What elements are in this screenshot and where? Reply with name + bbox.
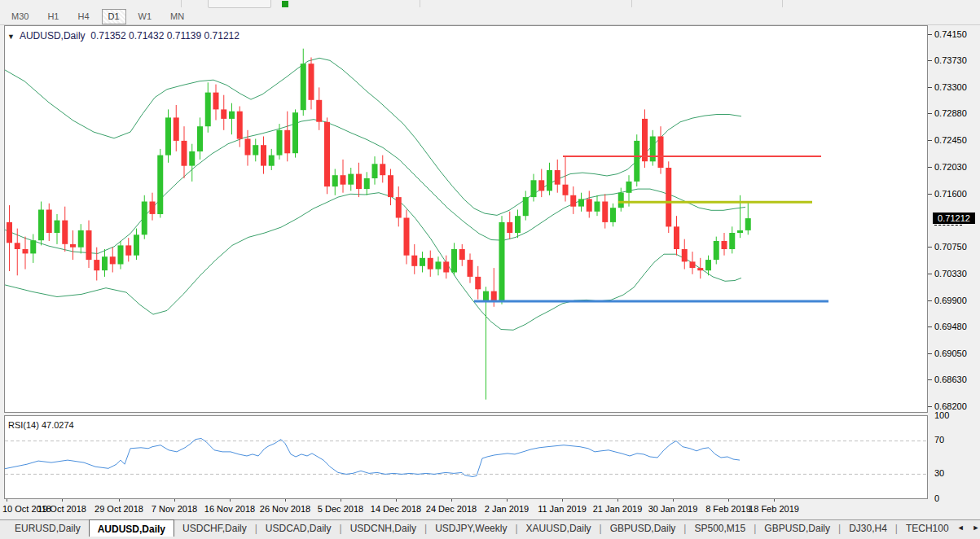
candle-body bbox=[428, 258, 433, 270]
candle-body bbox=[602, 202, 608, 222]
candle-body bbox=[292, 112, 298, 153]
price-tick bbox=[928, 379, 932, 380]
price-axis-label: 0.72880 bbox=[934, 108, 967, 118]
price-tick bbox=[928, 406, 932, 407]
date-tick bbox=[285, 499, 286, 502]
candle-body bbox=[610, 208, 616, 222]
date-axis-label: 30 Jan 2019 bbox=[646, 504, 700, 514]
chart-tab-usdcnh-daily[interactable]: USDCNH,Daily bbox=[342, 520, 424, 537]
tf-button-h1[interactable]: H1 bbox=[41, 9, 65, 24]
price-axis-label: 0.69050 bbox=[934, 348, 967, 358]
price-axis-label: 0.74150 bbox=[934, 29, 967, 39]
date-tick bbox=[507, 499, 508, 502]
price-tick bbox=[928, 113, 932, 114]
candle-body bbox=[102, 256, 108, 270]
candle-body bbox=[46, 210, 52, 234]
date-axis-label: 26 Nov 2018 bbox=[258, 504, 312, 514]
candle-body bbox=[94, 260, 99, 270]
chart-dropdown-icon[interactable]: ▼ bbox=[7, 33, 15, 41]
candle-body bbox=[523, 197, 529, 216]
date-tick bbox=[451, 499, 452, 502]
chart-tab-eurusd-daily[interactable]: EURUSD,Daily bbox=[7, 520, 89, 537]
candle-body bbox=[284, 130, 290, 154]
price-tick bbox=[928, 274, 932, 274]
tf-button-d1[interactable]: D1 bbox=[102, 9, 126, 24]
chart-tab-tech100[interactable]: TECH100 bbox=[898, 520, 957, 537]
chart-tab-xauusd-daily[interactable]: XAUUSD,Daily bbox=[518, 520, 600, 537]
price-tick bbox=[928, 300, 932, 301]
tf-button-h4[interactable]: H4 bbox=[71, 9, 95, 24]
chart-tab-usdjpy-weekly[interactable]: USDJPY,Weekly bbox=[427, 520, 515, 537]
bollinger-middle-line bbox=[5, 120, 745, 254]
candle-body bbox=[491, 291, 497, 301]
candle-body bbox=[30, 240, 36, 253]
candle-body bbox=[451, 249, 457, 273]
candle-body bbox=[150, 202, 156, 214]
chart-tab-sp500-m15[interactable]: SP500,M15 bbox=[686, 520, 754, 537]
candle-body bbox=[587, 199, 592, 211]
price-axis[interactable]: 0.741500.737300.733000.728800.724500.720… bbox=[928, 25, 980, 413]
price-axis-label: 0.70750 bbox=[934, 242, 967, 252]
candle-body bbox=[436, 261, 442, 269]
date-tick bbox=[728, 499, 729, 502]
candle-body bbox=[570, 195, 576, 207]
price-tick bbox=[928, 194, 932, 195]
candle-body bbox=[229, 112, 235, 119]
candle-body bbox=[626, 182, 632, 193]
date-axis[interactable]: 10 Oct 201819 Oct 201829 Oct 20187 Nov 2… bbox=[0, 499, 980, 519]
terminal-window: M30H1H4D1W1MN ▼AUDUSD,Daily 0.71352 0.71… bbox=[0, 0, 980, 539]
chart-tab-dj30-h4[interactable]: DJ30,H4 bbox=[841, 520, 895, 537]
candle-body bbox=[348, 174, 354, 185]
date-axis-label: 16 Nov 2018 bbox=[203, 504, 257, 514]
candle-body bbox=[78, 230, 84, 248]
rsi-chart[interactable] bbox=[5, 416, 927, 498]
date-tick bbox=[774, 499, 775, 502]
candle-body bbox=[134, 234, 139, 255]
candle-body bbox=[23, 249, 29, 253]
candle-body bbox=[301, 64, 306, 110]
toolbar-separator bbox=[631, 0, 632, 7]
date-axis-label: 29 Oct 2018 bbox=[92, 504, 146, 514]
candle-body bbox=[309, 64, 314, 100]
date-axis-label: 14 Dec 2018 bbox=[369, 504, 423, 514]
chart-tab-audusd-daily[interactable]: AUDUSD,Daily bbox=[89, 519, 174, 537]
current-price-dash bbox=[934, 225, 962, 226]
tf-button-m30[interactable]: M30 bbox=[5, 9, 35, 24]
chart-tab-usdcad-daily[interactable]: USDCAD,Daily bbox=[257, 520, 340, 537]
rsi-indicator-pane[interactable] bbox=[4, 415, 928, 499]
candle-body bbox=[62, 221, 68, 244]
candle-body bbox=[420, 258, 425, 266]
tab-scroll-left-icon[interactable]: ◄ bbox=[957, 524, 965, 532]
candle-body bbox=[15, 243, 20, 249]
price-tick bbox=[928, 34, 932, 35]
candle-body bbox=[515, 216, 521, 233]
tf-button-w1[interactable]: W1 bbox=[132, 9, 159, 24]
date-tick bbox=[7, 499, 7, 502]
candle-body bbox=[38, 210, 44, 241]
main-chart-pane[interactable] bbox=[4, 25, 928, 413]
candle-body bbox=[547, 170, 552, 191]
candle-body bbox=[380, 164, 385, 175]
toolbar-button[interactable] bbox=[208, 0, 271, 8]
candle-body bbox=[475, 277, 481, 289]
tf-button-mn[interactable]: MN bbox=[164, 9, 191, 24]
price-axis-label: 0.71600 bbox=[934, 189, 967, 199]
candle-body bbox=[563, 185, 569, 195]
candlestick-chart[interactable] bbox=[5, 26, 927, 412]
candle-body bbox=[714, 241, 719, 260]
candle-body bbox=[507, 222, 512, 233]
chart-tab-usdchf-daily[interactable]: USDCHF,Daily bbox=[174, 520, 255, 537]
toolbar-separator bbox=[181, 0, 182, 7]
candle-body bbox=[388, 175, 393, 197]
candle-body bbox=[332, 175, 338, 186]
chart-tab-gbpusd-daily[interactable]: GBPUSD,Daily bbox=[602, 520, 684, 537]
candle-body bbox=[253, 145, 258, 155]
candle-body bbox=[213, 93, 219, 110]
date-tick bbox=[62, 499, 63, 502]
candle-body bbox=[197, 126, 203, 151]
tab-scroll-right-icon[interactable]: ► bbox=[973, 524, 980, 532]
chart-tab-gbpusd-daily[interactable]: GBPUSD,Daily bbox=[756, 520, 838, 537]
candle-body bbox=[364, 178, 370, 189]
price-tick bbox=[928, 167, 932, 168]
candle-body bbox=[110, 256, 116, 264]
